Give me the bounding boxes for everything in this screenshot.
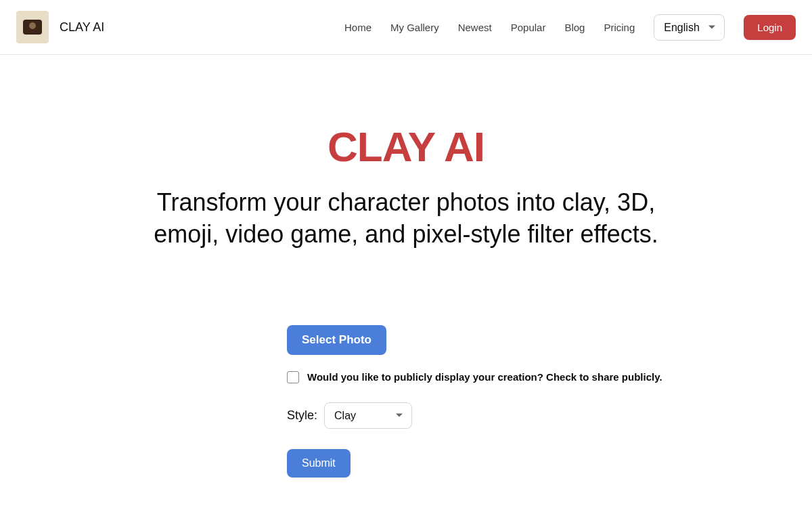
language-select[interactable]: English	[654, 14, 725, 41]
checkbox-row: Would you like to publicly display your …	[287, 371, 666, 383]
style-select-wrapper: Clay	[324, 402, 412, 429]
form-area: Select Photo Would you like to publicly …	[287, 325, 666, 478]
nav-link-popular[interactable]: Popular	[511, 22, 546, 33]
header-right: Home My Gallery Newest Popular Blog Pric…	[344, 14, 796, 41]
nav-link-pricing[interactable]: Pricing	[604, 22, 635, 33]
language-select-wrapper: English	[654, 14, 725, 41]
main: CLAY AI Transform your character photos …	[68, 55, 744, 505]
nav-link-blog[interactable]: Blog	[564, 22, 585, 33]
style-label: Style:	[287, 408, 317, 423]
login-button[interactable]: Login	[744, 15, 796, 40]
hero-subtitle: Transform your character photos into cla…	[129, 187, 683, 251]
public-display-checkbox[interactable]	[287, 371, 299, 383]
hero-title: CLAY AI	[84, 123, 728, 171]
brand-name: CLAY AI	[60, 20, 104, 35]
public-display-label: Would you like to publicly display your …	[307, 371, 662, 383]
style-select[interactable]: Clay	[324, 402, 412, 429]
logo-icon[interactable]	[16, 11, 49, 43]
nav-link-my-gallery[interactable]: My Gallery	[390, 22, 439, 33]
submit-button[interactable]: Submit	[287, 449, 351, 478]
nav-link-newest[interactable]: Newest	[458, 22, 492, 33]
select-photo-button[interactable]: Select Photo	[287, 325, 386, 355]
style-row: Style: Clay	[287, 402, 666, 429]
header: CLAY AI Home My Gallery Newest Popular B…	[0, 0, 812, 55]
nav-link-home[interactable]: Home	[344, 22, 371, 33]
header-left: CLAY AI	[16, 11, 104, 43]
